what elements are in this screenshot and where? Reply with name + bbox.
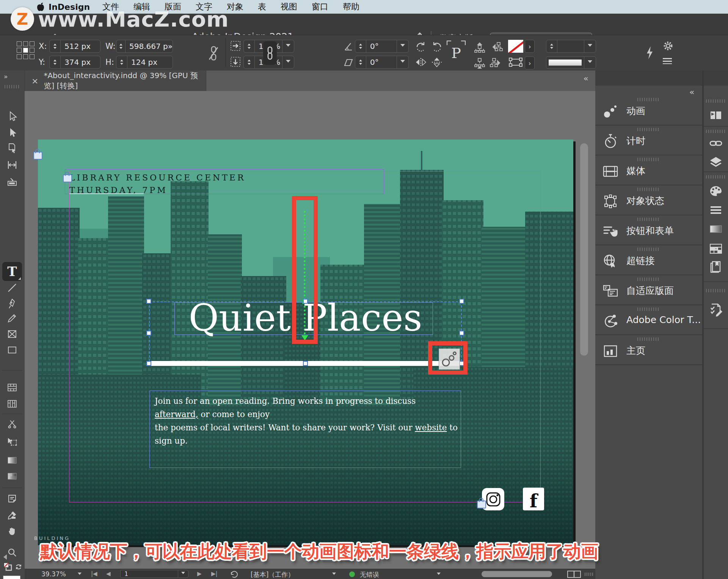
facebook-icon[interactable]: f: [523, 488, 544, 510]
rotate-ccw-icon[interactable]: [430, 41, 443, 53]
menu-window[interactable]: 窗口: [312, 1, 328, 13]
profile-chevron-icon[interactable]: [332, 573, 336, 577]
tab-close-icon[interactable]: ×: [31, 76, 38, 86]
fill-none-swatch[interactable]: [508, 40, 523, 53]
status-chevron-icon[interactable]: [437, 573, 441, 577]
gear-icon[interactable]: [662, 40, 674, 52]
bookmarks-icon[interactable]: [709, 260, 723, 274]
scale-x-stepper[interactable]: [244, 40, 255, 52]
swatches-icon[interactable]: [709, 242, 723, 256]
menu-object[interactable]: 对象: [227, 1, 243, 13]
default-fill-stroke-icon[interactable]: [3, 562, 13, 572]
shear-dropdown[interactable]: [397, 56, 408, 68]
tools-grip[interactable]: [5, 85, 20, 88]
w-stepper[interactable]: [116, 40, 126, 52]
frame-lock-icon[interactable]: [63, 174, 72, 182]
stroke-weight-dropdown[interactable]: [584, 40, 596, 52]
paragraph-styles-icon[interactable]: [709, 203, 723, 217]
vertical-scrollbar[interactable]: [580, 143, 588, 356]
hand-tool[interactable]: [3, 524, 21, 537]
scale-y-stepper[interactable]: [244, 56, 255, 68]
fill-more-button[interactable]: ›: [525, 40, 535, 53]
frame-tool[interactable]: [3, 328, 21, 340]
strip-grip[interactable]: [706, 289, 726, 292]
panel-animation[interactable]: 动画: [595, 96, 702, 126]
previous-page-button[interactable]: ◀: [106, 570, 111, 577]
vertical-grid-tool[interactable]: [3, 397, 21, 410]
panel-hyperlinks[interactable]: 超链接: [595, 245, 702, 275]
constrain-off-icon[interactable]: [208, 44, 219, 62]
line-tool[interactable]: [3, 281, 21, 294]
menu-type[interactable]: 文字: [196, 1, 212, 13]
reference-point-grid[interactable]: [17, 41, 35, 59]
free-transform-tool[interactable]: [3, 436, 21, 449]
menu-edit[interactable]: 编辑: [133, 1, 150, 13]
split-view-icon[interactable]: [567, 570, 581, 578]
tabbar-collapse-icon[interactable]: «: [584, 74, 588, 83]
statusbar-grip[interactable]: [585, 573, 593, 576]
zoom-level[interactable]: 39.37%: [41, 570, 66, 578]
zoom-chevron-icon[interactable]: [78, 573, 82, 577]
layer-lock-icon[interactable]: [33, 152, 42, 160]
note-tool[interactable]: [3, 492, 21, 505]
rectangle-tool[interactable]: [3, 344, 21, 356]
menu-file[interactable]: 文件: [102, 1, 119, 13]
apple-logo-icon[interactable]: [36, 2, 45, 12]
flip-horizontal-icon[interactable]: [414, 57, 427, 67]
menu-help[interactable]: 帮助: [343, 1, 359, 13]
strip-grip[interactable]: [706, 130, 726, 133]
select-content-icon[interactable]: [473, 56, 486, 69]
eyedropper-tool[interactable]: [3, 509, 21, 522]
gap-tool[interactable]: [3, 158, 21, 171]
pages-icon[interactable]: [709, 108, 723, 122]
panel-adobe-color-themes[interactable]: Adobe Color T...: [595, 305, 702, 335]
layers-icon[interactable]: [709, 155, 723, 169]
scale-x-dropdown[interactable]: [282, 40, 294, 52]
selection-handle[interactable]: [459, 331, 464, 336]
hyperlink-afterward[interactable]: afterward,: [155, 410, 198, 419]
swap-fill-stroke-icon[interactable]: [14, 563, 23, 571]
panel-menu-icon[interactable]: [663, 58, 672, 64]
selection-handle[interactable]: [459, 299, 464, 304]
document-tab[interactable]: × *About_interactivity.indd @ 39% [GPU 预…: [25, 71, 206, 91]
body-text[interactable]: Join us for an open reading. Bring works…: [155, 394, 458, 447]
menu-app-name[interactable]: InDesign: [49, 2, 90, 12]
shear-field[interactable]: 0°: [355, 56, 409, 69]
frame-style-more-button[interactable]: ›: [525, 56, 535, 69]
selection-tool[interactable]: [3, 110, 21, 123]
gradient-feather-tool[interactable]: [3, 470, 21, 483]
stroke-type-field[interactable]: [546, 56, 596, 69]
first-page-button[interactable]: |◀: [91, 570, 97, 577]
last-page-button[interactable]: ▶|: [211, 570, 218, 577]
panel-home[interactable]: 主页: [595, 335, 702, 365]
scale-y-dropdown[interactable]: [282, 56, 294, 68]
tools-expand-icon[interactable]: »: [4, 73, 8, 80]
page-dropdown-icon[interactable]: [178, 570, 188, 577]
selection-handle[interactable]: [303, 361, 308, 366]
flip-vertical-icon[interactable]: [430, 57, 443, 67]
strip-grip[interactable]: [706, 99, 726, 103]
eyebrow-text[interactable]: LIBRARY RESOURCE CENTER THURSDAY, 7PM: [69, 171, 246, 196]
fill-swatch-none[interactable]: [3, 576, 20, 579]
pencil-tool[interactable]: [3, 312, 21, 325]
select-previous-icon[interactable]: [489, 41, 504, 53]
selection-handle[interactable]: [146, 299, 151, 304]
panel-media[interactable]: 媒体: [595, 155, 702, 185]
preflight-profile[interactable]: [基本]（工作）: [251, 570, 294, 579]
select-next-icon[interactable]: [489, 56, 504, 69]
frame-style-icon[interactable]: [508, 56, 523, 68]
shear-stepper[interactable]: [355, 56, 366, 68]
page-tool[interactable]: [3, 141, 21, 154]
history-icon[interactable]: [230, 570, 238, 579]
rotation-dropdown[interactable]: [397, 40, 408, 52]
preflight-icon[interactable]: [709, 303, 723, 317]
quick-actions-icon[interactable]: [645, 45, 654, 60]
menu-view[interactable]: 视图: [281, 1, 297, 13]
preflight-status-text[interactable]: 无错误: [360, 570, 379, 579]
menu-layout[interactable]: 版面: [165, 1, 181, 13]
gradient-swatch-tool[interactable]: [3, 454, 21, 467]
links-icon[interactable]: [709, 137, 723, 150]
scissors-tool[interactable]: [3, 417, 21, 430]
h-stepper[interactable]: [116, 56, 127, 68]
x-stepper[interactable]: [50, 40, 61, 52]
